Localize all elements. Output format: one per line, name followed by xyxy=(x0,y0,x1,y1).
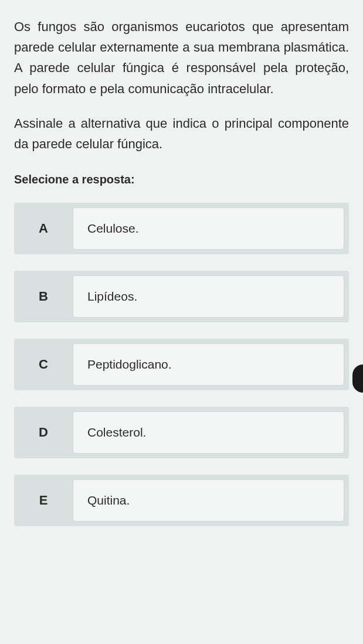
option-text: Peptidoglicano. xyxy=(87,357,172,372)
select-response-label: Selecione a resposta: xyxy=(14,173,349,186)
option-letter: B xyxy=(14,271,73,322)
option-letter: C xyxy=(14,339,73,390)
option-text-wrap: Lipídeos. xyxy=(73,275,344,318)
option-letter: A xyxy=(14,203,73,254)
side-navigation-handle[interactable] xyxy=(352,364,363,393)
option-text: Celulose. xyxy=(87,222,139,236)
question-prompt: Assinale a alternativa que indica o prin… xyxy=(14,113,349,154)
option-c[interactable]: C Peptidoglicano. xyxy=(14,339,349,390)
option-text: Colesterol. xyxy=(87,425,146,439)
option-text-wrap: Celulose. xyxy=(73,207,344,250)
option-d[interactable]: D Colesterol. xyxy=(14,407,349,458)
options-list: A Celulose. B Lipídeos. C Peptidoglicano… xyxy=(14,203,349,526)
option-letter: D xyxy=(14,407,73,458)
option-text-wrap: Colesterol. xyxy=(73,411,344,454)
option-e[interactable]: E Quitina. xyxy=(14,475,349,526)
option-text: Quitina. xyxy=(87,493,130,507)
option-letter: E xyxy=(14,475,73,526)
option-a[interactable]: A Celulose. xyxy=(14,203,349,254)
option-b[interactable]: B Lipídeos. xyxy=(14,271,349,322)
option-text-wrap: Quitina. xyxy=(73,479,344,522)
question-context: Os fungos são organismos eucariotos que … xyxy=(14,16,349,99)
option-text-wrap: Peptidoglicano. xyxy=(73,343,344,386)
option-text: Lipídeos. xyxy=(87,289,137,304)
